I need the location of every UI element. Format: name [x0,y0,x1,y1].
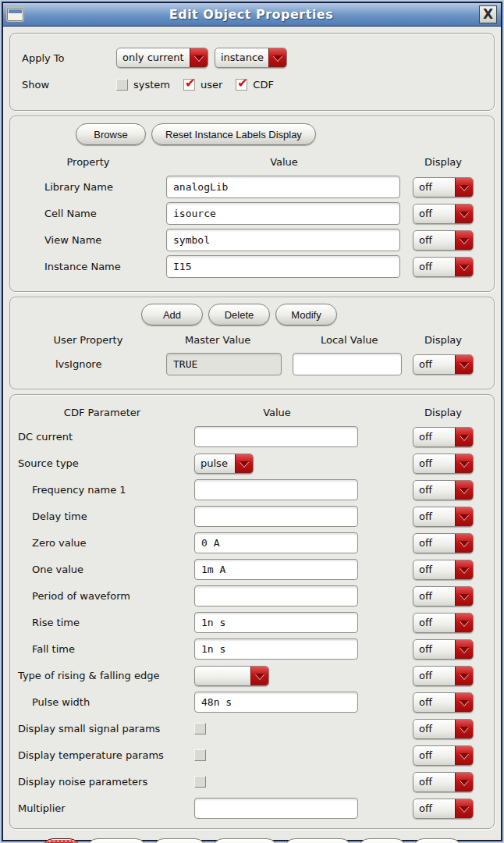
display-select[interactable]: off [413,507,474,527]
show-system-checkbox[interactable] [116,79,128,91]
edge-type-select[interactable] [194,666,269,686]
display-select[interactable]: off [413,745,474,766]
delay-time-label: Delay time [10,510,194,522]
dc-current-input[interactable] [194,426,358,447]
cdf-parameter-header: CDF Parameter [10,407,194,418]
display-select[interactable]: off [413,639,474,660]
chevron-down-icon [455,205,473,223]
chevron-down-icon [455,428,473,446]
show-user-label: user [201,79,222,91]
reset-instance-labels-button[interactable]: Reset Instance Labels Display [151,123,316,145]
chevron-down-icon [455,258,473,276]
previous-button[interactable]: Previous [284,838,352,843]
delay-time-input[interactable] [194,506,358,527]
display-select[interactable]: off [413,666,474,686]
zero-value-input[interactable] [194,532,358,553]
chevron-down-icon [268,48,286,67]
table-row: Cell Name off [10,202,494,225]
chevron-down-icon [455,693,473,712]
show-label: Show [10,79,116,91]
chevron-down-icon [455,454,473,473]
chevron-down-icon [455,667,473,685]
table-row: Frequency name 1 off [10,477,494,503]
local-value-header: Local Value [291,334,408,346]
modify-button[interactable]: Modify [275,304,337,325]
value-header: Value [194,407,360,418]
show-user-checkbox[interactable] [183,79,195,91]
cancel-button[interactable]: Cancel [87,838,146,843]
table-row: lvsIgnore off [10,353,494,375]
window-menu-icon[interactable] [7,8,23,21]
display-select[interactable]: off [413,560,474,580]
defaults-button[interactable]: Defaults [212,838,278,843]
titlebar: Edit Object Properties X [3,3,501,27]
table-row: Source type pulse off [10,450,494,476]
display-temperature-checkbox[interactable] [194,749,206,761]
lvsignore-master-value-input[interactable] [166,353,282,375]
frequency-name-1-input[interactable] [194,479,358,500]
show-cdf-label: CDF [253,79,274,91]
display-select[interactable]: off [413,427,474,447]
apply-target-select[interactable]: instance [215,48,287,68]
display-temperature-label: Display temperature params [10,749,194,761]
table-row: Rise time off [10,610,494,635]
apply-to-label: Apply To [10,52,116,64]
cell-name-display-select[interactable]: off [413,204,474,224]
browse-button[interactable]: Browse [76,123,146,145]
apply-show-section: Apply To only current instance Show syst… [9,33,495,111]
display-select[interactable]: off [413,454,474,474]
lvsignore-local-value-input[interactable] [293,353,402,375]
display-select[interactable]: off [413,692,474,713]
multiplier-label: Multiplier [10,802,194,814]
table-row: Fall time off [10,636,494,662]
chevron-down-icon [455,178,473,197]
display-select[interactable]: off [413,772,474,792]
chevron-down-icon [455,587,473,606]
chevron-down-icon [455,746,473,765]
apply-scope-select[interactable]: only current [116,48,208,68]
library-name-display-select[interactable]: off [413,177,474,197]
view-name-input[interactable] [166,229,400,251]
period-of-waveform-input[interactable] [194,585,358,606]
next-button[interactable]: Next [358,838,407,843]
frequency-name-1-label: Frequency name 1 [10,484,194,496]
display-select[interactable]: off [413,613,474,633]
display-select[interactable]: off [413,480,474,500]
lvsignore-display-select[interactable]: off [413,354,474,375]
instance-name-input[interactable] [166,255,400,278]
ok-button[interactable]: OK [42,838,81,843]
view-name-display-select[interactable]: off [413,230,474,251]
cell-name-input[interactable] [166,202,400,225]
display-noise-checkbox[interactable] [194,776,206,788]
apply-button[interactable]: Apply [153,838,207,843]
multiplier-input[interactable] [194,798,358,819]
table-row: Display noise parameters off [10,769,494,795]
fall-time-label: Fall time [10,643,194,655]
instance-name-display-select[interactable]: off [413,257,474,277]
fall-time-input[interactable] [194,638,358,660]
show-system-label: system [133,79,170,91]
table-row: Delay time off [10,503,494,529]
chevron-down-icon [455,720,473,738]
chevron-down-icon [455,481,473,500]
dc-current-label: DC current [10,431,194,443]
one-value-input[interactable] [194,559,358,580]
pulse-width-input[interactable] [194,692,358,713]
library-name-input[interactable] [166,176,400,198]
display-select[interactable]: off [413,799,474,819]
help-button[interactable]: Help [413,838,462,843]
show-cdf-checkbox[interactable] [236,79,247,91]
display-header: Display [413,334,474,346]
chevron-down-icon [455,507,473,526]
display-select[interactable]: off [413,533,474,553]
add-button[interactable]: Add [141,304,203,325]
rise-time-input[interactable] [194,612,358,633]
table-row: Display small signal params off [10,716,494,742]
source-type-select[interactable]: pulse [194,454,254,474]
chevron-down-icon [235,454,253,473]
display-select[interactable]: off [413,719,474,739]
display-small-signal-checkbox[interactable] [194,723,206,735]
display-select[interactable]: off [413,586,474,606]
close-icon[interactable]: X [479,5,497,23]
delete-button[interactable]: Delete [208,304,270,325]
